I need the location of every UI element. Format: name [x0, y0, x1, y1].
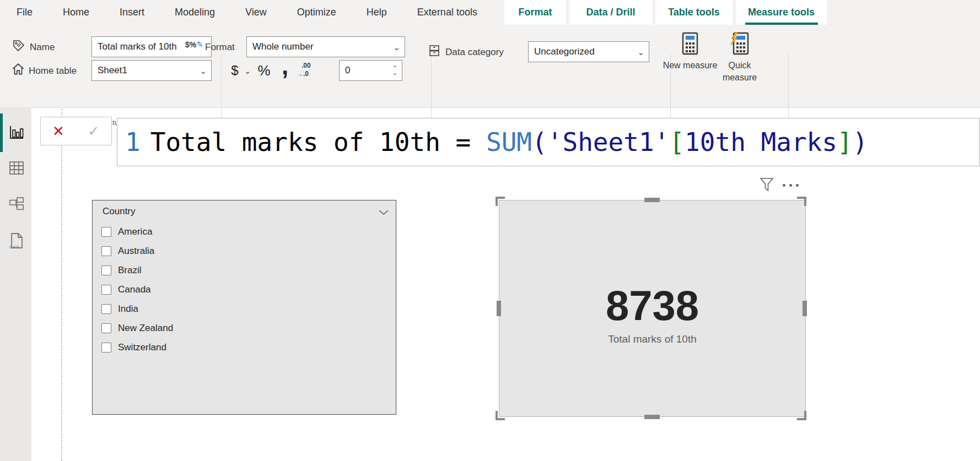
decimal-places-icon[interactable]: .00 →.0 [297, 61, 319, 78]
home-table-icon [11, 62, 25, 77]
model-view-button[interactable] [8, 195, 25, 214]
tab-table-tools-label: Table tools [668, 7, 720, 18]
tab-data-drill[interactable]: Data / Drill [569, 0, 652, 25]
tab-data-drill-label: Data / Drill [586, 7, 635, 18]
checkbox[interactable] [101, 246, 111, 256]
resize-handle-bottom[interactable] [644, 415, 660, 419]
format-value: Whole number [252, 41, 393, 52]
new-measure-button[interactable]: New measure [663, 32, 718, 72]
group-divider [788, 54, 789, 128]
checkbox[interactable] [101, 343, 111, 352]
formula-commit-button[interactable]: ✓ [76, 117, 111, 145]
menu-home[interactable]: Home [63, 7, 89, 18]
visual-more-options-button[interactable] [783, 184, 799, 187]
chevron-down-icon: ⌄ [200, 67, 207, 75]
active-view-indicator [0, 113, 3, 152]
slicer-item-label: Canada [118, 284, 151, 295]
ribbon: Name Home table Sheet1 ⌄ Structure $%✎ F… [0, 25, 980, 108]
quick-measure-button[interactable]: Quick measure [712, 32, 767, 84]
tab-measure-tools[interactable]: Measure tools [736, 0, 827, 25]
model-diagram-icon [8, 196, 25, 213]
resize-handle-top-left[interactable] [496, 197, 505, 206]
decimal-places-stepper[interactable]: 0 ⌃ ⌄ [339, 60, 402, 81]
resize-handle-bottom-right[interactable] [797, 411, 806, 420]
menu-file[interactable]: File [17, 7, 33, 18]
visual-filter-icon[interactable] [760, 177, 774, 193]
checkbox[interactable] [101, 265, 111, 275]
checkbox[interactable] [101, 285, 111, 295]
stepper-arrows: ⌃ ⌄ [392, 66, 397, 75]
formula-column-ref: 10th Marks [685, 127, 837, 157]
menu-view[interactable]: View [245, 7, 267, 18]
resize-handle-top-right[interactable] [797, 197, 806, 206]
menu-optimize[interactable]: Optimize [297, 7, 336, 18]
menu-insert[interactable]: Insert [120, 7, 144, 18]
slicer-item-new-zealand[interactable]: New Zealand [101, 322, 173, 335]
slicer-item-canada[interactable]: Canada [101, 283, 151, 296]
quick-measure-label: Quick measure [712, 59, 767, 84]
formula-close-paren: ) [853, 127, 868, 157]
menu-items: File Home Insert Modeling View Optimize … [17, 0, 477, 25]
tab-table-tools[interactable]: Table tools [655, 0, 733, 25]
tab-format[interactable]: Format [504, 0, 566, 25]
checkbox[interactable] [101, 323, 111, 333]
home-table-select[interactable]: Sheet1 ⌄ [91, 60, 212, 81]
slicer-item-label: Australia [118, 246, 154, 257]
name-tag-icon [12, 39, 25, 52]
slicer-item-india[interactable]: India [101, 302, 138, 316]
slicer-item-america[interactable]: America [101, 225, 152, 238]
data-category-value: Uncategorized [534, 46, 637, 57]
menu-modeling[interactable]: Modeling [175, 7, 215, 18]
slicer-item-brazil[interactable]: Brazil [101, 264, 142, 277]
group-divider [221, 54, 222, 128]
country-slicer-visual[interactable]: Country America Australia Brazil Canada … [92, 200, 396, 415]
menu-external-tools[interactable]: External tools [417, 7, 477, 18]
menu-help[interactable]: Help [367, 7, 387, 18]
name-field-label: Name [30, 42, 55, 53]
card-visual[interactable]: 8738 Total marks of 10th [499, 200, 806, 417]
slicer-item-label: Brazil [118, 265, 142, 276]
report-view-button[interactable] [8, 123, 25, 142]
card-value: 8738 [606, 285, 699, 327]
resize-handle-right[interactable] [803, 301, 807, 316]
formula-function: SUM [486, 127, 532, 157]
slicer-item-switzerland[interactable]: Switzerland [101, 341, 166, 354]
resize-handle-left[interactable] [497, 301, 501, 316]
commit-check-icon: ✓ [88, 123, 100, 140]
currency-format-button[interactable]: $ [228, 60, 241, 81]
format-currency-pencil-icon: $%✎ [185, 40, 203, 50]
formula-table-ref: 'Sheet1' [547, 127, 670, 157]
decimal-places-value: 0 [345, 65, 350, 76]
checkbox[interactable] [101, 227, 111, 237]
formula-action-buttons: ✕ ✓ [40, 117, 112, 145]
percent-format-button[interactable]: % [256, 60, 272, 81]
chevron-down-icon: ⌄ [637, 48, 644, 56]
checkbox[interactable] [101, 304, 111, 314]
spin-down-icon[interactable]: ⌄ [392, 70, 397, 75]
data-category-icon [428, 44, 441, 57]
formula-open-bracket: [ [669, 127, 685, 157]
resize-handle-bottom-left[interactable] [496, 411, 505, 420]
home-table-value: Sheet1 [98, 65, 200, 76]
group-divider [431, 54, 432, 128]
slicer-item-label: Switzerland [118, 342, 166, 353]
slicer-collapse-chevron-icon[interactable] [378, 209, 389, 215]
formula-cancel-button[interactable]: ✕ [41, 117, 76, 145]
format-select[interactable]: Whole number ⌄ [246, 36, 405, 57]
bar-chart-icon [8, 124, 25, 141]
resize-handle-top[interactable] [644, 198, 660, 202]
formula-open-paren: ( [532, 127, 547, 157]
data-category-select[interactable]: Uncategorized ⌄ [528, 41, 649, 62]
data-view-button[interactable] [8, 159, 25, 177]
thousands-separator-button[interactable]: , [279, 56, 291, 77]
formula-line-number: 1 [125, 127, 141, 157]
card-label: Total marks of 10th [608, 333, 697, 345]
calculator-lightning-icon [729, 32, 750, 55]
slicer-item-australia[interactable]: Australia [101, 245, 154, 258]
menu-bar: File Home Insert Modeling View Optimize … [0, 0, 980, 25]
format-label: Format [205, 42, 235, 53]
home-table-label: Home table [29, 66, 77, 77]
currency-dropdown-chevron[interactable]: ⌄ [243, 60, 252, 81]
dax-query-view-button[interactable]: DAX [8, 231, 25, 250]
dax-formula-bar[interactable]: 1Total marks of 10th = SUM('Sheet1'[10th… [117, 118, 980, 166]
